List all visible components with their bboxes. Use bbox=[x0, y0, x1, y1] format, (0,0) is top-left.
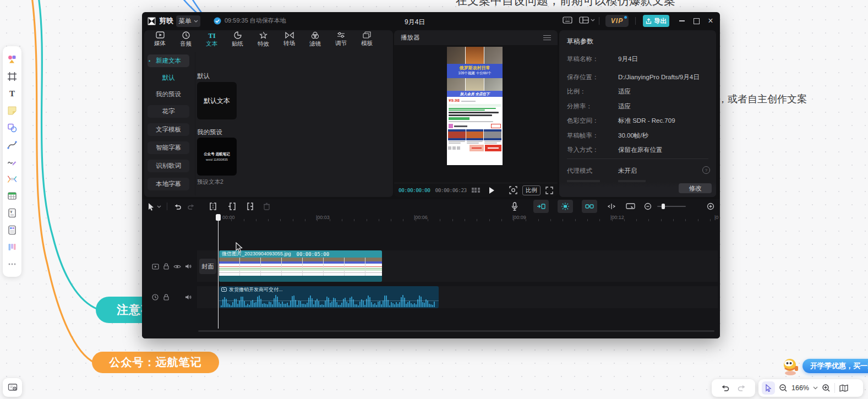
pointer-tool[interactable] bbox=[762, 381, 775, 395]
chevron-down-icon[interactable] bbox=[813, 386, 818, 390]
shortcut-keyboard-icon[interactable] bbox=[563, 17, 572, 24]
close-button[interactable]: × bbox=[705, 15, 717, 27]
chevron-down-icon[interactable] bbox=[591, 19, 595, 21]
visibility-eye-icon[interactable] bbox=[173, 262, 182, 271]
timeline-scrollbar[interactable] bbox=[198, 330, 714, 332]
redo-icon[interactable] bbox=[187, 200, 196, 213]
undo-icon[interactable] bbox=[173, 200, 182, 213]
text-tool-icon[interactable]: T bbox=[5, 85, 19, 102]
lock-icon[interactable] bbox=[162, 262, 171, 271]
mindmap-node-channel[interactable]: 公众号：远航笔记 bbox=[92, 352, 219, 373]
modify-button[interactable]: 修改 bbox=[679, 183, 712, 193]
promo-banner[interactable]: 开学季优惠，买一赠一 bbox=[780, 355, 868, 377]
timeline-zoom-out-icon[interactable] bbox=[644, 200, 652, 213]
param-label: 比例： bbox=[567, 88, 586, 96]
trim-left-icon[interactable] bbox=[228, 200, 236, 213]
time-ruler[interactable]: 00:00 |00:03 |00:06 |00:09 |00:12 |0 bbox=[142, 214, 720, 222]
timeline-zoom-slider[interactable] bbox=[657, 206, 686, 207]
zoom-out-icon[interactable] bbox=[779, 384, 788, 392]
vip-badge[interactable]: VIP bbox=[605, 15, 629, 27]
magnet-snap-toggle[interactable] bbox=[533, 200, 549, 213]
lock-icon[interactable] bbox=[162, 293, 171, 302]
param-label: 草稿名称： bbox=[567, 55, 599, 63]
playhead[interactable] bbox=[216, 214, 221, 329]
export-button[interactable]: 导出 bbox=[643, 15, 669, 27]
frame-icon[interactable] bbox=[5, 68, 19, 85]
minimize-button[interactable] bbox=[676, 15, 688, 27]
menu-button[interactable]: 菜单 bbox=[176, 15, 200, 27]
sidebar-item-new-text[interactable]: • 新建文本 bbox=[148, 54, 189, 67]
board-side-text: 字，或者自主创作文案 bbox=[708, 92, 807, 106]
shapes-icon[interactable] bbox=[5, 119, 19, 136]
tab-transition[interactable]: 转场 bbox=[276, 30, 302, 48]
connector-icon[interactable] bbox=[5, 136, 19, 153]
layout-switch-icon[interactable] bbox=[579, 17, 589, 24]
preview-quality-icon[interactable] bbox=[472, 188, 480, 193]
play-button[interactable] bbox=[489, 187, 494, 194]
pen-icon[interactable] bbox=[5, 153, 19, 170]
redo-icon[interactable] bbox=[738, 383, 747, 393]
undo-icon[interactable] bbox=[719, 383, 729, 393]
more-tools-icon[interactable] bbox=[5, 255, 19, 272]
zoom-level[interactable]: 166% bbox=[791, 384, 809, 392]
default-text-card[interactable]: 默认文本 bbox=[197, 82, 237, 119]
table-icon[interactable] bbox=[5, 187, 19, 204]
timeline-zoom-in-icon[interactable] bbox=[707, 200, 714, 213]
preview-price: ¥9.98 bbox=[449, 98, 460, 103]
sticky-note-icon[interactable] bbox=[5, 102, 19, 119]
record-voiceover-icon[interactable] bbox=[511, 200, 518, 213]
preview-axis-toggle[interactable] bbox=[582, 200, 597, 213]
trim-right-icon[interactable] bbox=[245, 200, 253, 213]
select-tool-chevron-icon[interactable] bbox=[157, 205, 161, 208]
mind-map-icon[interactable] bbox=[5, 170, 19, 187]
sidebar-item-local-captions[interactable]: 本地字幕 bbox=[148, 178, 189, 190]
sidebar-item-my-presets[interactable]: 我的预设 bbox=[148, 88, 189, 101]
linkage-toggle[interactable] bbox=[558, 200, 573, 213]
zoom-in-icon[interactable] bbox=[822, 384, 831, 392]
track-resize-icon[interactable] bbox=[607, 200, 616, 213]
video-clip[interactable]: 微信图片_20230904093055.jpg 00:00:05:00 bbox=[219, 250, 382, 282]
fullscreen-icon[interactable] bbox=[545, 187, 553, 194]
screen-preview-icon[interactable] bbox=[626, 200, 635, 213]
tab-effects[interactable]: 特效 bbox=[250, 30, 276, 48]
sidebar-item-lyrics-recognition[interactable]: 识别歌词 bbox=[148, 160, 189, 172]
maximize-button[interactable] bbox=[690, 15, 702, 27]
audio-clip[interactable]: 发货撤销开发商可交付... bbox=[219, 286, 439, 308]
tab-template[interactable]: 模板 bbox=[354, 30, 380, 48]
mute-speaker-icon[interactable] bbox=[184, 293, 193, 302]
split-icon[interactable] bbox=[209, 200, 217, 213]
templates-icon[interactable] bbox=[5, 51, 19, 68]
player-menu-icon[interactable] bbox=[543, 34, 551, 42]
slider-handle[interactable] bbox=[662, 204, 665, 209]
proxy-help-icon[interactable]: ? bbox=[702, 166, 710, 174]
rich-doc-icon[interactable] bbox=[5, 221, 19, 238]
preset-text-card[interactable]: 公众号 远航笔记 wxid 11830835 bbox=[197, 138, 237, 176]
video-preview: 俄罗斯农村日常 109个视频 十分钟/个 加入会员 全店任下 ¥9.98 bbox=[447, 47, 503, 165]
text-doc-icon[interactable]: T bbox=[5, 204, 19, 221]
sidebar-item-fancy-text[interactable]: 花字 bbox=[148, 105, 189, 118]
mute-speaker-icon[interactable] bbox=[184, 262, 193, 271]
ratio-button[interactable]: 比例 bbox=[522, 185, 541, 195]
tab-filter[interactable]: 滤镜 bbox=[302, 30, 328, 48]
board-settings-button[interactable] bbox=[3, 378, 22, 397]
audio-clip-icon bbox=[221, 287, 227, 292]
param-value: 标准 SDR - Rec.709 bbox=[618, 117, 675, 125]
minimap-icon[interactable] bbox=[839, 384, 849, 392]
tab-media[interactable]: 媒体 bbox=[147, 30, 173, 48]
sidebar-item-auto-captions[interactable]: 智能字幕 bbox=[148, 141, 189, 154]
autosave-check-icon bbox=[214, 17, 221, 25]
cover-button[interactable]: 封面 bbox=[199, 259, 216, 274]
preview-banner-sub: 109个视频 十分钟/个 bbox=[447, 71, 503, 76]
tab-text[interactable]: TI 文本 bbox=[199, 30, 225, 48]
kanban-icon[interactable] bbox=[5, 238, 19, 255]
sidebar-item-text-template[interactable]: 文字模板 bbox=[148, 123, 189, 136]
tab-audio[interactable]: 音频 bbox=[173, 30, 199, 48]
tab-sticker[interactable]: 贴纸 bbox=[225, 30, 250, 48]
sidebar-item-default[interactable]: 默认 bbox=[148, 72, 189, 84]
draft-params-title: 草稿参数 bbox=[567, 37, 593, 46]
video-track-controls bbox=[151, 262, 193, 271]
preview-scale-icon[interactable] bbox=[509, 186, 517, 194]
tab-adjust[interactable]: 调节 bbox=[328, 30, 354, 48]
delete-icon[interactable] bbox=[263, 200, 270, 213]
select-tool-icon[interactable] bbox=[148, 200, 155, 213]
